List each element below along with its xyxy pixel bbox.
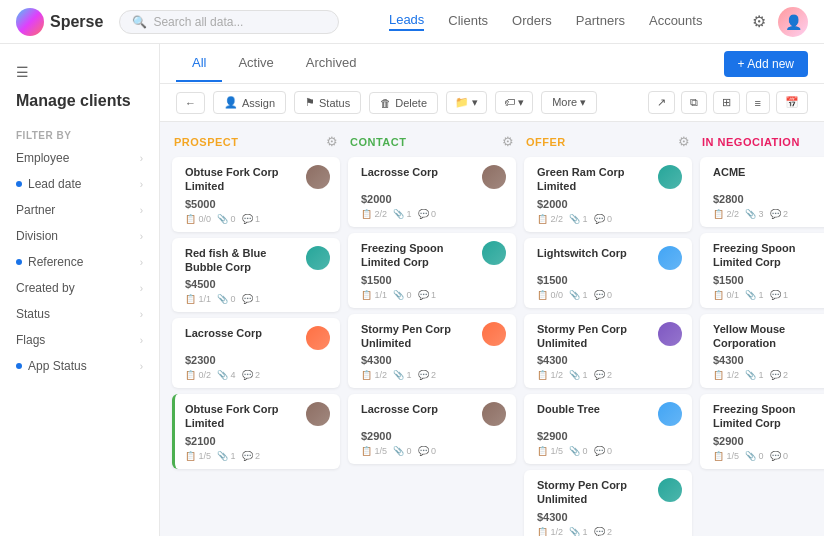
- kanban-card[interactable]: ACME$2800 📋 2/2 📎 3 💬 2: [700, 157, 824, 227]
- kanban-card[interactable]: Freezing Spoon Limited Corp$1500 📋 1/1 📎…: [348, 233, 516, 308]
- card-meta-ratio: 📋 2/2: [361, 209, 387, 219]
- kanban-card[interactable]: Obtuse Fork Corp Limited$5000 📋 0/0 📎 0 …: [172, 157, 340, 232]
- add-new-button[interactable]: + Add new: [724, 51, 808, 77]
- card-price: $2000: [361, 193, 506, 205]
- grid-view-button[interactable]: ⊞: [713, 91, 740, 114]
- card-name: Freezing Spoon Limited Corp: [361, 241, 478, 270]
- card-meta-count: 💬 2: [242, 370, 261, 380]
- card-meta-count: 💬 0: [594, 446, 613, 456]
- card-avatar: [306, 165, 330, 189]
- chevron-icon: ›: [140, 257, 143, 268]
- kanban-card[interactable]: Stormy Pen Corp Unlimited$4300 📋 1/2 📎 1…: [348, 314, 516, 389]
- sidebar-item-reference[interactable]: Reference ›: [0, 249, 159, 275]
- sidebar-item-employee[interactable]: Employee ›: [0, 145, 159, 171]
- card-name: Freezing Spoon Limited Corp: [713, 402, 824, 431]
- card-meta-count: 💬 0: [418, 209, 437, 219]
- kanban-card[interactable]: Yellow Mouse Corporation$4300 📋 1/2 📎 1 …: [700, 314, 824, 389]
- kanban-card[interactable]: Lacrosse Corp$2300 📋 0/2 📎 4 💬 2: [172, 318, 340, 388]
- sidebar-item-appstatus[interactable]: App Status ›: [0, 353, 159, 379]
- card-name: ACME: [713, 165, 824, 179]
- card-meta-ratio: 📋 2/2: [713, 209, 739, 219]
- copy-button[interactable]: ⧉: [681, 91, 707, 114]
- kanban-card[interactable]: Green Ram Corp Limited$2000 📋 2/2 📎 1 💬 …: [524, 157, 692, 232]
- card-meta-icons: 📎 3: [745, 209, 764, 219]
- col-header-negociation: IN NEGOCIATION⚙: [700, 134, 824, 149]
- assign-button[interactable]: 👤 Assign: [213, 91, 286, 114]
- tab-archived[interactable]: Archived: [290, 45, 373, 82]
- kanban-card[interactable]: Freezing Spoon Limited Corp$2900 📋 1/5 📎…: [700, 394, 824, 469]
- nav-partners[interactable]: Partners: [576, 13, 625, 30]
- card-price: $2900: [713, 435, 824, 447]
- card-avatar: [658, 165, 682, 189]
- card-meta-ratio: 📋 1/5: [537, 446, 563, 456]
- back-button[interactable]: ←: [176, 92, 205, 114]
- col-header-prospect: PROSPECT⚙: [172, 134, 340, 149]
- settings-icon[interactable]: ⚙: [752, 12, 766, 31]
- kanban-card[interactable]: Lacrosse Corp$2000 📋 2/2 📎 1 💬 0: [348, 157, 516, 227]
- card-avatar: [658, 246, 682, 270]
- nav-orders[interactable]: Orders: [512, 13, 552, 30]
- logo-text: Sperse: [50, 13, 103, 31]
- kanban-card[interactable]: Lightswitch Corp$1500 📋 0/0 📎 1 💬 0: [524, 238, 692, 308]
- kanban-card[interactable]: Freezing Spoon Limited Corp$1500 📋 0/1 📎…: [700, 233, 824, 308]
- delete-label: Delete: [395, 97, 427, 109]
- nav-accounts[interactable]: Accounts: [649, 13, 702, 30]
- sidebar-item-label: Created by: [16, 281, 75, 295]
- col-settings-contact[interactable]: ⚙: [502, 134, 514, 149]
- kanban-card[interactable]: Red fish & Blue Bubble Corp$4500 📋 1/1 📎…: [172, 238, 340, 313]
- folder-button[interactable]: 📁 ▾: [446, 91, 487, 114]
- col-header-offer: OFFER⚙: [524, 134, 692, 149]
- card-meta-count: 💬 1: [242, 294, 261, 304]
- sidebar-item-label: Employee: [16, 151, 69, 165]
- calendar-button[interactable]: 📅: [776, 91, 808, 114]
- kanban-col-prospect: PROSPECT⚙Obtuse Fork Corp Limited$5000 📋…: [172, 134, 340, 524]
- nav-leads[interactable]: Leads: [389, 12, 424, 31]
- kanban-card[interactable]: Stormy Pen Corp Unlimited$4300 📋 1/2 📎 1…: [524, 314, 692, 389]
- card-avatar: [482, 241, 506, 265]
- card-meta-count: 💬 2: [770, 370, 789, 380]
- nav-right: ⚙ 👤: [752, 7, 808, 37]
- nav-clients[interactable]: Clients: [448, 13, 488, 30]
- card-price: $2300: [185, 354, 330, 366]
- col-title-prospect: PROSPECT: [174, 136, 239, 148]
- kanban-col-offer: OFFER⚙Green Ram Corp Limited$2000 📋 2/2 …: [524, 134, 692, 524]
- card-meta-count: 💬 2: [770, 209, 789, 219]
- search-box[interactable]: 🔍 Search all data...: [119, 10, 339, 34]
- col-title-contact: CONTACT: [350, 136, 406, 148]
- delete-button[interactable]: 🗑 Delete: [369, 92, 438, 114]
- card-price: $4300: [537, 354, 682, 366]
- tab-active[interactable]: Active: [222, 45, 289, 82]
- card-name: Stormy Pen Corp Unlimited: [537, 478, 654, 507]
- col-settings-offer[interactable]: ⚙: [678, 134, 690, 149]
- sidebar-item-createdby[interactable]: Created by ›: [0, 275, 159, 301]
- more-button[interactable]: More ▾: [541, 91, 597, 114]
- kanban-card[interactable]: Double Tree$2900 📋 1/5 📎 0 💬 0: [524, 394, 692, 464]
- sidebar-item-label: Division: [16, 229, 58, 243]
- card-price: $2900: [361, 430, 506, 442]
- export-button[interactable]: ↗: [648, 91, 675, 114]
- card-meta-ratio: 📋 1/2: [713, 370, 739, 380]
- sidebar-menu-icon[interactable]: ☰: [0, 56, 159, 88]
- logo[interactable]: Sperse: [16, 8, 103, 36]
- kanban-card[interactable]: Stormy Pen Corp Unlimited$4300 📋 1/2 📎 1…: [524, 470, 692, 536]
- tab-all[interactable]: All: [176, 45, 222, 82]
- chevron-icon: ›: [140, 335, 143, 346]
- kanban-card[interactable]: Lacrosse Corp$2900 📋 1/5 📎 0 💬 0: [348, 394, 516, 464]
- kanban-card[interactable]: Obtuse Fork Corp Limited$2100 📋 1/5 📎 1 …: [172, 394, 340, 469]
- status-icon: ⚑: [305, 96, 315, 109]
- card-meta-ratio: 📋 2/2: [537, 214, 563, 224]
- sidebar-item-leaddate[interactable]: Lead date ›: [0, 171, 159, 197]
- card-price: $2800: [713, 193, 824, 205]
- sidebar-item-partner[interactable]: Partner ›: [0, 197, 159, 223]
- sidebar-item-flags[interactable]: Flags ›: [0, 327, 159, 353]
- status-button[interactable]: ⚑ Status: [294, 91, 361, 114]
- card-meta-ratio: 📋 1/5: [361, 446, 387, 456]
- sidebar-item-status[interactable]: Status ›: [0, 301, 159, 327]
- card-price: $4300: [361, 354, 506, 366]
- tag-button[interactable]: 🏷 ▾: [495, 91, 533, 114]
- card-meta-count: 💬 1: [418, 290, 437, 300]
- col-settings-prospect[interactable]: ⚙: [326, 134, 338, 149]
- filter-button[interactable]: ≡: [746, 91, 770, 114]
- sidebar-item-division[interactable]: Division ›: [0, 223, 159, 249]
- user-avatar[interactable]: 👤: [778, 7, 808, 37]
